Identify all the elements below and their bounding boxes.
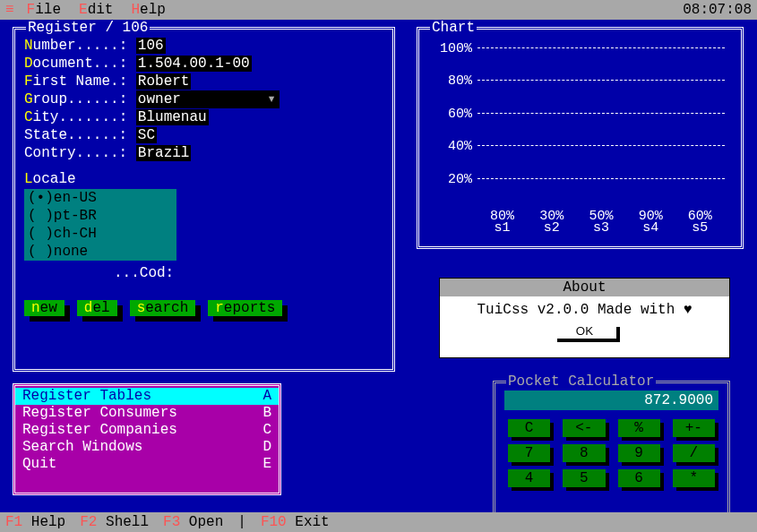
firstname-field[interactable]: Robert xyxy=(136,73,192,90)
menu-item-label: Quit xyxy=(22,456,56,473)
city-field[interactable]: Blumenau xyxy=(136,109,209,125)
reports-button[interactable]: reports xyxy=(208,300,282,316)
y-tick-label: 40% xyxy=(448,139,477,154)
register-title: Register / 106 xyxy=(26,20,150,36)
status-f1[interactable]: F1 Help xyxy=(5,514,65,530)
menu-item-label: Register Consumers xyxy=(22,405,177,422)
locale-none[interactable]: ( )none xyxy=(24,243,176,261)
status-f3[interactable]: F3 Open xyxy=(163,514,223,530)
calculator-title: Pocket Calculator xyxy=(506,373,656,390)
x-tick-label: s1 xyxy=(495,220,511,236)
calc-key-+-[interactable]: +- xyxy=(673,419,715,437)
y-tick-label: 20% xyxy=(448,171,477,186)
about-dialog: About TuiCss v2.0.0 Made with ♥ OK xyxy=(439,278,730,358)
locale-ch-ch[interactable]: ( )ch-CH xyxy=(24,225,176,243)
status-f2[interactable]: F2 Shell xyxy=(80,514,149,530)
ok-button[interactable]: OK xyxy=(554,323,616,339)
menu-item-key: B xyxy=(262,405,271,422)
menu-item-key: D xyxy=(262,439,271,456)
x-tick-label: s4 xyxy=(642,220,658,236)
calc-key-*[interactable]: * xyxy=(673,469,715,487)
clock: 08:07:08 xyxy=(683,2,752,18)
calc-key-%[interactable]: % xyxy=(618,419,660,437)
locale-label: ocale xyxy=(33,171,76,187)
statusbar: F1 Help F2 Shell F3 Open | F10 Exit xyxy=(0,512,757,532)
x-tick-label: s2 xyxy=(544,220,560,236)
separator: | xyxy=(237,514,246,530)
calculator-panel: Pocket Calculator 872.9000 C<-%+-789/456… xyxy=(493,381,730,515)
menu-item-key: A xyxy=(262,388,271,405)
calc-key-5[interactable]: 5 xyxy=(563,469,605,487)
menu-item-key: E xyxy=(262,456,271,473)
calc-key-4[interactable]: 4 xyxy=(508,469,550,487)
locale-radio-group: (•)en-US ( )pt-BR ( )ch-CH ( )none xyxy=(24,189,176,261)
calc-key-6[interactable]: 6 xyxy=(618,469,660,487)
del-button[interactable]: del xyxy=(77,300,117,316)
document-field[interactable]: 1.504.00.1-00 xyxy=(136,56,252,72)
chart-plot: 20%40%60%80%100%80%30%50%90%60% xyxy=(477,47,725,210)
calc-key-/[interactable]: / xyxy=(673,444,715,462)
menu-item-key: C xyxy=(262,422,271,439)
register-panel: Register / 106 Number.....: 106 Document… xyxy=(13,27,395,372)
cod-label: ...Cod: xyxy=(114,265,174,281)
calc-key-8[interactable]: 8 xyxy=(563,444,605,462)
y-tick-label: 60% xyxy=(448,106,477,121)
chart-panel: Chart 20%40%60%80%100%80%30%50%90%60% s1… xyxy=(417,27,744,249)
new-button[interactable]: new xyxy=(24,300,65,316)
x-tick-label: s5 xyxy=(692,220,708,236)
about-body-text: TuiCss v2.0.0 Made with ♥ xyxy=(449,302,720,318)
calc-key-C[interactable]: C xyxy=(508,419,550,437)
menu-item-label: Register Companies xyxy=(22,422,177,439)
hamburger-icon[interactable]: ≡ xyxy=(5,2,14,18)
state-field[interactable]: SC xyxy=(136,127,157,143)
menu-item-c[interactable]: Register CompaniesC xyxy=(15,422,279,439)
menu-file[interactable]: File xyxy=(27,2,61,18)
menubar: ≡ File Edit Help 08:07:08 xyxy=(0,0,757,20)
y-tick-label: 80% xyxy=(448,73,477,89)
menu-item-b[interactable]: Register ConsumersB xyxy=(15,405,279,422)
number-field[interactable]: 106 xyxy=(136,38,166,54)
calc-key-<-[interactable]: <- xyxy=(563,419,605,437)
group-dropdown[interactable]: owner xyxy=(136,90,280,108)
calculator-display: 872.9000 xyxy=(504,390,718,410)
x-tick-label: s3 xyxy=(593,220,609,236)
menu-help[interactable]: Help xyxy=(131,2,165,18)
menu-item-e[interactable]: QuitE xyxy=(15,456,279,473)
y-tick-label: 100% xyxy=(440,41,477,56)
locale-pt-br[interactable]: ( )pt-BR xyxy=(24,207,176,225)
menu-window: Register TablesARegister ConsumersBRegis… xyxy=(13,383,281,495)
search-button[interactable]: search xyxy=(130,300,196,316)
calc-key-7[interactable]: 7 xyxy=(508,444,550,462)
menu-edit[interactable]: Edit xyxy=(79,2,113,18)
menu-item-label: Search Windows xyxy=(22,439,142,456)
menu-item-a[interactable]: Register TablesA xyxy=(15,388,279,405)
status-f10[interactable]: F10 Exit xyxy=(261,514,330,530)
about-title: About xyxy=(440,279,729,296)
menu-item-d[interactable]: Search WindowsD xyxy=(15,439,279,456)
locale-en-us[interactable]: (•)en-US xyxy=(24,189,176,207)
menu-item-label: Register Tables xyxy=(22,388,151,405)
country-field[interactable]: Brazil xyxy=(136,145,192,161)
calc-key-9[interactable]: 9 xyxy=(618,444,660,462)
